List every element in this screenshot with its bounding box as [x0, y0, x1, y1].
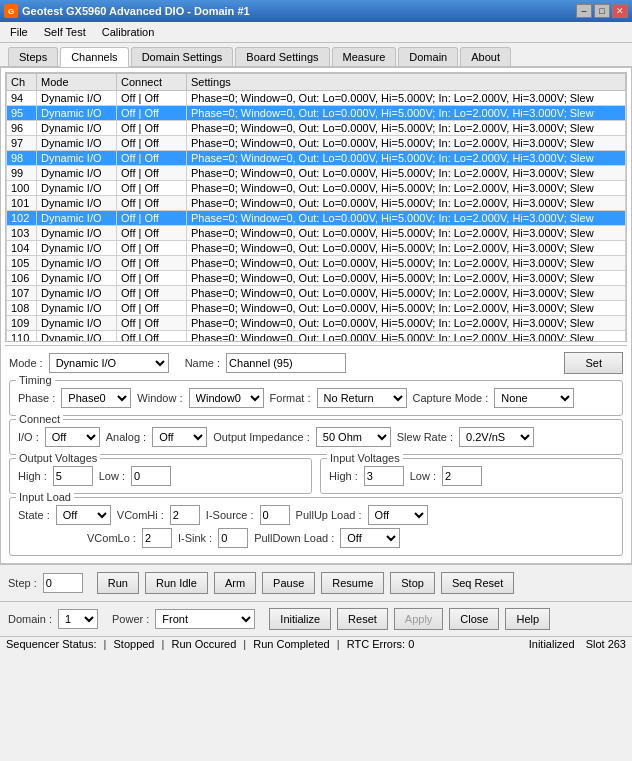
cell-settings: Phase=0; Window=0, Out: Lo=0.000V, Hi=5.… [187, 331, 626, 343]
resume-button[interactable]: Resume [321, 572, 384, 594]
analog-select[interactable]: Off [152, 427, 207, 447]
close-button[interactable]: ✕ [612, 4, 628, 18]
cell-mode: Dynamic I/O [37, 121, 117, 136]
isink-label: I-Sink : [178, 532, 212, 544]
tab-board-settings[interactable]: Board Settings [235, 47, 329, 66]
phase-select[interactable]: Phase0 [61, 388, 131, 408]
channel-table-container[interactable]: Ch Mode Connect Settings 94Dynamic I/OOf… [5, 72, 627, 342]
cell-connect: Off | Off [117, 331, 187, 343]
cell-settings: Phase=0; Window=0, Out: Lo=0.000V, Hi=5.… [187, 211, 626, 226]
cell-mode: Dynamic I/O [37, 316, 117, 331]
arm-button[interactable]: Arm [214, 572, 256, 594]
tab-domain-settings[interactable]: Domain Settings [131, 47, 234, 66]
isource-label: I-Source : [206, 509, 254, 521]
out-high-input[interactable] [53, 466, 93, 486]
in-low-input[interactable] [442, 466, 482, 486]
table-row[interactable]: 97Dynamic I/OOff | OffPhase=0; Window=0,… [7, 136, 626, 151]
pause-button[interactable]: Pause [262, 572, 315, 594]
cell-settings: Phase=0; Window=0, Out: Lo=0.000V, Hi=5.… [187, 256, 626, 271]
title-bar: G Geotest GX5960 Advanced DIO - Domain #… [0, 0, 632, 22]
cell-connect: Off | Off [117, 91, 187, 106]
vcomlo-input[interactable] [142, 528, 172, 548]
capture-mode-label: Capture Mode : [413, 392, 489, 404]
output-impedance-label: Output Impedance : [213, 431, 310, 443]
cell-mode: Dynamic I/O [37, 166, 117, 181]
table-row[interactable]: 106Dynamic I/OOff | OffPhase=0; Window=0… [7, 271, 626, 286]
close-button[interactable]: Close [449, 608, 499, 630]
isink-input[interactable] [218, 528, 248, 548]
tab-domain[interactable]: Domain [398, 47, 458, 66]
capture-mode-select[interactable]: None [494, 388, 574, 408]
slew-rate-select[interactable]: 0.2V/nS [459, 427, 534, 447]
pullup-load-select[interactable]: Off [368, 505, 428, 525]
channel-table: Ch Mode Connect Settings 94Dynamic I/OOf… [6, 73, 626, 342]
format-label: Format : [270, 392, 311, 404]
cell-mode: Dynamic I/O [37, 211, 117, 226]
output-impedance-select[interactable]: 50 Ohm [316, 427, 391, 447]
rtc-errors-status: RTC Errors: 0 [347, 638, 415, 650]
seq-reset-button[interactable]: Seq Reset [441, 572, 514, 594]
run-button[interactable]: Run [97, 572, 139, 594]
cell-ch: 105 [7, 256, 37, 271]
window-select[interactable]: Window0 [189, 388, 264, 408]
isource-input[interactable] [260, 505, 290, 525]
tab-measure[interactable]: Measure [332, 47, 397, 66]
menu-file[interactable]: File [4, 24, 34, 40]
format-select[interactable]: No Return [317, 388, 407, 408]
table-row[interactable]: 94Dynamic I/OOff | OffPhase=0; Window=0,… [7, 91, 626, 106]
connect-group: Connect I/O : Off Analog : Off Output Im… [9, 419, 623, 455]
mode-select[interactable]: Dynamic I/O [49, 353, 169, 373]
menu-self-test[interactable]: Self Test [38, 24, 92, 40]
table-row[interactable]: 96Dynamic I/OOff | OffPhase=0; Window=0,… [7, 121, 626, 136]
step-input[interactable] [43, 573, 83, 593]
table-row[interactable]: 110Dynamic I/OOff | OffPhase=0; Window=0… [7, 331, 626, 343]
run-idle-button[interactable]: Run Idle [145, 572, 208, 594]
minimize-button[interactable]: – [576, 4, 592, 18]
cell-connect: Off | Off [117, 316, 187, 331]
set-button[interactable]: Set [564, 352, 623, 374]
help-button[interactable]: Help [505, 608, 550, 630]
table-row[interactable]: 104Dynamic I/OOff | OffPhase=0; Window=0… [7, 241, 626, 256]
output-voltages-label: Output Voltages [16, 452, 100, 464]
io-select[interactable]: Off [45, 427, 100, 447]
vcomhi-input[interactable] [170, 505, 200, 525]
table-row[interactable]: 101Dynamic I/OOff | OffPhase=0; Window=0… [7, 196, 626, 211]
table-row[interactable]: 99Dynamic I/OOff | OffPhase=0; Window=0,… [7, 166, 626, 181]
table-row[interactable]: 107Dynamic I/OOff | OffPhase=0; Window=0… [7, 286, 626, 301]
table-row[interactable]: 103Dynamic I/OOff | OffPhase=0; Window=0… [7, 226, 626, 241]
table-row[interactable]: 95Dynamic I/OOff | OffPhase=0; Window=0,… [7, 106, 626, 121]
pulldown-load-select[interactable]: Off [340, 528, 400, 548]
tab-about[interactable]: About [460, 47, 511, 66]
table-row[interactable]: 100Dynamic I/OOff | OffPhase=0; Window=0… [7, 181, 626, 196]
cell-settings: Phase=0; Window=0, Out: Lo=0.000V, Hi=5.… [187, 301, 626, 316]
io-label: I/O : [18, 431, 39, 443]
table-row[interactable]: 102Dynamic I/OOff | OffPhase=0; Window=0… [7, 211, 626, 226]
menu-calibration[interactable]: Calibration [96, 24, 161, 40]
out-high-label: High : [18, 470, 47, 482]
cell-connect: Off | Off [117, 181, 187, 196]
maximize-button[interactable]: □ [594, 4, 610, 18]
tab-steps[interactable]: Steps [8, 47, 58, 66]
state-select[interactable]: Off [56, 505, 111, 525]
table-row[interactable]: 105Dynamic I/OOff | OffPhase=0; Window=0… [7, 256, 626, 271]
table-row[interactable]: 98Dynamic I/OOff | OffPhase=0; Window=0,… [7, 151, 626, 166]
table-row[interactable]: 109Dynamic I/OOff | OffPhase=0; Window=0… [7, 316, 626, 331]
in-high-input[interactable] [364, 466, 404, 486]
out-low-input[interactable] [131, 466, 171, 486]
initialize-button[interactable]: Initialize [269, 608, 331, 630]
stop-button[interactable]: Stop [390, 572, 435, 594]
table-row[interactable]: 108Dynamic I/OOff | OffPhase=0; Window=0… [7, 301, 626, 316]
tab-channels[interactable]: Channels [60, 47, 128, 67]
cell-settings: Phase=0; Window=0, Out: Lo=0.000V, Hi=5.… [187, 151, 626, 166]
input-voltages-label: Input Voltages [327, 452, 403, 464]
window-label: Window : [137, 392, 182, 404]
state-label: State : [18, 509, 50, 521]
reset-button[interactable]: Reset [337, 608, 388, 630]
domain-select[interactable]: 1 [58, 609, 98, 629]
vcomhi-label: VComHi : [117, 509, 164, 521]
cell-connect: Off | Off [117, 166, 187, 181]
power-select[interactable]: Front [155, 609, 255, 629]
cell-mode: Dynamic I/O [37, 181, 117, 196]
apply-button[interactable]: Apply [394, 608, 444, 630]
name-input[interactable] [226, 353, 346, 373]
